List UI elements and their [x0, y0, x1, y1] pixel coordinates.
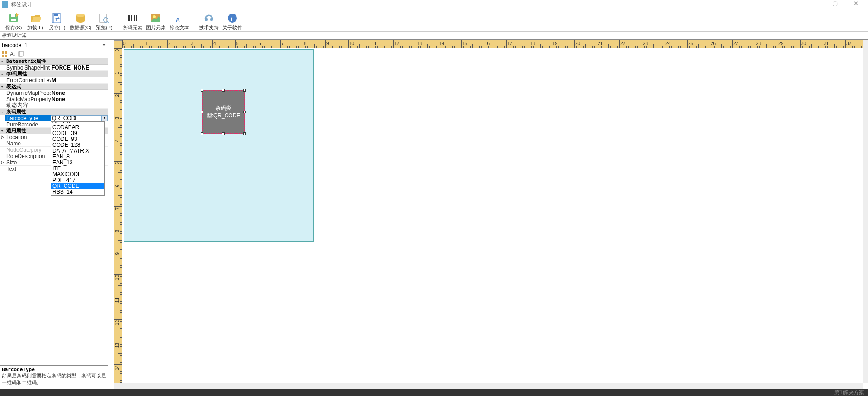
prop-key: SymbolShapeHint	[5, 65, 51, 71]
resize-handle-e[interactable]	[243, 111, 246, 113]
resize-handle-ne[interactable]	[243, 89, 246, 92]
dropdown-button-icon[interactable]: ▾	[101, 116, 108, 121]
expand-icon[interactable]	[0, 135, 5, 139]
prop-row-DynamicMapProperty[interactable]: DynamicMapPropertyNone	[0, 90, 108, 96]
hscrollbar[interactable]	[114, 383, 863, 389]
about-label: 关于软件	[222, 24, 242, 31]
close-button[interactable]: ✕	[845, 0, 866, 9]
dropdown-item-DATA_MATRIX[interactable]: DATA_MATRIX	[51, 148, 104, 154]
prop-value[interactable]: None	[51, 96, 108, 102]
dropdown-item-QR_CODE[interactable]: QR_CODE	[51, 183, 104, 189]
saveas-icon: ⇄	[52, 13, 62, 23]
svg-marker-27	[102, 44, 106, 46]
barcodetype-dropdown[interactable]: AZTECCODABARCODE_39CODE_93CODE_128DATA_M…	[51, 121, 105, 196]
category-条码属性[interactable]: 条码属性	[0, 109, 108, 115]
dropdown-item-CODE_39[interactable]: CODE_39	[51, 130, 104, 136]
category-表达式[interactable]: 表达式	[0, 84, 108, 90]
ruler-horizontal: 0123456789101112131415161718192021222324…	[122, 40, 863, 48]
dropdown-item-RSS_14[interactable]: RSS_14	[51, 189, 104, 195]
subbar-label: 标签设计器	[0, 32, 868, 40]
barcode-button[interactable]: 条码元素	[123, 13, 142, 31]
minimize-button[interactable]: —	[804, 0, 825, 9]
dropdown-resize-handle[interactable]	[51, 195, 104, 196]
resize-handle-s[interactable]	[222, 132, 225, 135]
main-split: A↓ Datamatrix属性SymbolShapeHintFORCE_NONE…	[0, 40, 868, 389]
prop-value[interactable]: QR_CODE▾	[51, 115, 108, 121]
object-selector[interactable]	[0, 40, 108, 50]
prop-row-SymbolShapeHint[interactable]: SymbolShapeHintFORCE_NONE	[0, 65, 108, 71]
prop-key: Location	[5, 134, 51, 140]
support-button[interactable]: 技术支持	[199, 13, 219, 31]
vscrollbar[interactable]	[863, 40, 868, 383]
svg-line-13	[107, 21, 109, 23]
resize-handle-w[interactable]	[201, 111, 203, 113]
svg-text:A: A	[176, 17, 180, 23]
propgrid-pages-icon[interactable]	[17, 51, 24, 58]
svg-text:⇄: ⇄	[55, 16, 60, 22]
prop-row-BarcodeType[interactable]: BarcodeTypeQR_CODE▾	[0, 115, 108, 121]
alphabetical-view-icon[interactable]: A↓	[9, 51, 16, 58]
svg-rect-14	[128, 15, 129, 21]
svg-rect-17	[133, 15, 133, 21]
dropdown-item-ITF[interactable]: ITF	[51, 165, 104, 171]
dropdown-item-MAXICODE[interactable]: MAXICODE	[51, 171, 104, 177]
svg-rect-30	[2, 55, 4, 57]
prop-key: NodeCategory	[5, 147, 51, 153]
preview-label: 预览(P)	[96, 24, 113, 31]
maximize-button[interactable]: ▢	[825, 0, 845, 9]
toolbar-separator	[194, 15, 194, 31]
preview-button[interactable]: 预览(P)	[95, 13, 113, 31]
prop-key: Name	[5, 140, 51, 147]
resize-handle-n[interactable]	[222, 89, 225, 92]
barcode-element[interactable]: 条码类 型:QR_CODE	[202, 90, 245, 134]
svg-rect-2	[11, 19, 16, 21]
prop-row-ErrorCorrectionLev[interactable]: ErrorCorrectionLevM	[0, 77, 108, 84]
load-button[interactable]: 加载(L)	[26, 13, 44, 31]
label-page[interactable]: 条码类 型:QR_CODE	[124, 49, 314, 242]
prop-key: ErrorCorrectionLev	[5, 77, 51, 84]
svg-point-10	[76, 14, 85, 17]
text-button[interactable]: A静态文本	[170, 13, 189, 31]
about-button[interactable]: i关于软件	[222, 13, 242, 31]
dropdown-item-PDF_417[interactable]: PDF_417	[51, 177, 104, 183]
prop-key: RoteDescription	[5, 153, 51, 159]
ruler-vertical: 01234567891011121314	[114, 48, 122, 383]
prop-key: Text	[5, 166, 51, 172]
svg-point-24	[210, 18, 213, 21]
dropdown-item-CODE_93[interactable]: CODE_93	[51, 136, 104, 142]
datasrc-icon	[75, 13, 86, 23]
category-Datamatrix属性[interactable]: Datamatrix属性	[0, 58, 108, 65]
resize-handle-sw[interactable]	[201, 132, 203, 135]
prop-value[interactable]: None	[51, 90, 108, 96]
datasrc-button[interactable]: 数据源(C)	[70, 13, 91, 31]
svg-rect-29	[5, 51, 7, 54]
dropdown-item-EAN_8[interactable]: EAN_8	[51, 154, 104, 159]
categorized-view-icon[interactable]	[1, 51, 8, 58]
dropdown-item-CODE_128[interactable]: CODE_128	[51, 142, 104, 148]
resize-handle-nw[interactable]	[201, 89, 203, 92]
window-title: 标签设计	[11, 1, 33, 9]
prop-row-动态内容[interactable]: 动态内容	[0, 102, 108, 109]
prop-value[interactable]: FORCE_NONE	[51, 65, 108, 71]
prop-value[interactable]: M	[51, 77, 108, 84]
resize-handle-se[interactable]	[243, 132, 246, 135]
save-label: 保存(S)	[5, 24, 22, 31]
support-label: 技术支持	[199, 24, 219, 31]
saveas-label: 另存(E)	[49, 24, 66, 31]
image-button[interactable]: 图片元素	[146, 13, 166, 31]
dropdown-item-EAN_13[interactable]: EAN_13	[51, 159, 104, 165]
save-button[interactable]: 保存(S)	[5, 13, 23, 31]
svg-text:i: i	[231, 16, 232, 22]
svg-line-35	[52, 195, 55, 196]
barcode-label: 条码元素	[123, 24, 142, 31]
dropdown-item-CODABAR[interactable]: CODABAR	[51, 124, 104, 130]
canvas[interactable]: 条码类 型:QR_CODE	[122, 48, 863, 383]
category-QR码属性[interactable]: QR码属性	[0, 71, 108, 77]
object-selector-input[interactable]	[0, 40, 100, 50]
image-label: 图片元素	[146, 24, 166, 31]
property-grid[interactable]: Datamatrix属性SymbolShapeHintFORCE_NONEQR码…	[0, 58, 108, 365]
object-selector-dropdown-icon[interactable]	[100, 40, 108, 50]
expand-icon[interactable]	[0, 161, 5, 164]
saveas-button[interactable]: ⇄另存(E)	[48, 13, 66, 31]
load-icon	[30, 13, 41, 23]
